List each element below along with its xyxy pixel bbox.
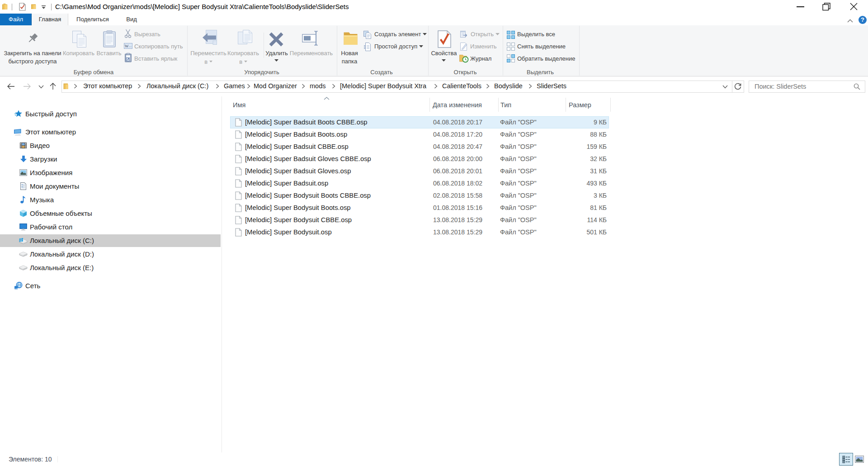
svg-text:...: ... [129,44,132,48]
